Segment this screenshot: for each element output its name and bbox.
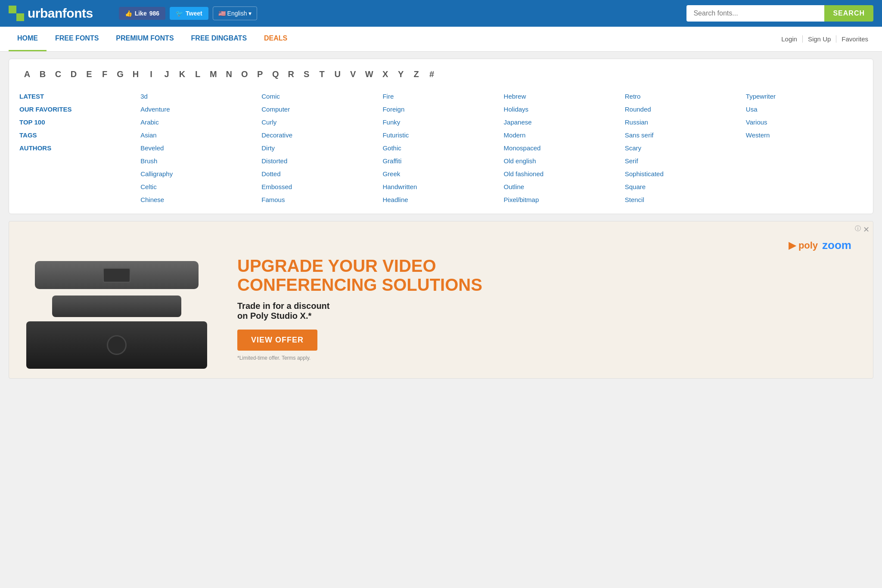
nav-item-free-fonts[interactable]: FREE FONTS: [47, 27, 107, 51]
cat-link-old-english[interactable]: Old english: [504, 156, 621, 166]
cat-link-hebrew[interactable]: Hebrew: [504, 91, 621, 102]
cat-link-square[interactable]: Square: [625, 182, 742, 192]
search-input[interactable]: [686, 5, 824, 22]
cat-link-asian[interactable]: Asian: [140, 130, 257, 140]
tweet-button[interactable]: 🐦 Tweet: [170, 7, 208, 20]
cat-link-headline[interactable]: Headline: [382, 195, 499, 205]
cat-link-computer[interactable]: Computer: [261, 104, 378, 115]
nav-item-deals[interactable]: DEALS: [255, 27, 296, 51]
alpha-letter-d[interactable]: D: [66, 68, 81, 81]
cat-link-beveled[interactable]: Beveled: [140, 143, 257, 153]
alpha-letter-i[interactable]: I: [143, 68, 159, 81]
cat-link-scary[interactable]: Scary: [625, 143, 742, 153]
cat-link-japanese[interactable]: Japanese: [504, 117, 621, 128]
nav-item-home[interactable]: HOME: [9, 27, 47, 51]
ad-close-icon[interactable]: ✕: [863, 225, 870, 234]
signup-link[interactable]: Sign Up: [803, 35, 836, 43]
cat-link-comic[interactable]: Comic: [261, 91, 378, 102]
cat-link-holidays[interactable]: Holidays: [504, 104, 621, 115]
cat-link-western[interactable]: Western: [746, 130, 863, 140]
cat-link-greek[interactable]: Greek: [382, 169, 499, 179]
alpha-letter-p[interactable]: P: [252, 68, 268, 81]
alpha-letter-b[interactable]: B: [35, 68, 50, 81]
alpha-letter-v[interactable]: V: [345, 68, 361, 81]
cat-link-retro[interactable]: Retro: [625, 91, 742, 102]
ad-info-icon[interactable]: ⓘ: [855, 225, 861, 233]
search-button[interactable]: SEARCH: [824, 5, 873, 22]
cat-link-3d[interactable]: 3d: [140, 91, 257, 102]
alpha-letter-g[interactable]: G: [112, 68, 128, 81]
cat-link-top-100[interactable]: TOP 100: [19, 117, 136, 128]
cat-link-embossed[interactable]: Embossed: [261, 182, 378, 192]
alpha-letter-y[interactable]: Y: [393, 68, 409, 81]
alpha-letter-n[interactable]: N: [221, 68, 237, 81]
cat-link-stencil[interactable]: Stencil: [625, 195, 742, 205]
alpha-letter-u[interactable]: U: [330, 68, 345, 81]
language-selector[interactable]: 🇺🇸 English ▾: [213, 6, 258, 20]
cat-link-sophisticated[interactable]: Sophisticated: [625, 169, 742, 179]
alpha-letter-q[interactable]: Q: [268, 68, 283, 81]
cat-link-adventure[interactable]: Adventure: [140, 104, 257, 115]
alpha-letter-#[interactable]: #: [424, 68, 440, 81]
cat-link-various[interactable]: Various: [746, 117, 863, 128]
favorites-link[interactable]: Favorites: [836, 35, 873, 43]
cat-link-calligraphy[interactable]: Calligraphy: [140, 169, 257, 179]
alpha-letter-w[interactable]: W: [361, 68, 378, 81]
cat-link-sans-serif[interactable]: Sans serif: [625, 130, 742, 140]
cat-link-decorative[interactable]: Decorative: [261, 130, 378, 140]
cat-link-handwritten[interactable]: Handwritten: [382, 182, 499, 192]
cat-link-monospaced[interactable]: Monospaced: [504, 143, 621, 153]
cat-link-fire[interactable]: Fire: [382, 91, 499, 102]
alpha-letter-o[interactable]: O: [237, 68, 252, 81]
alpha-letter-k[interactable]: K: [174, 68, 190, 81]
nav-item-premium-fonts[interactable]: PREMIUM FONTS: [107, 27, 182, 51]
login-link[interactable]: Login: [776, 35, 803, 43]
alpha-letter-t[interactable]: T: [314, 68, 330, 81]
cat-link-typewriter[interactable]: Typewriter: [746, 91, 863, 102]
cat-link-modern[interactable]: Modern: [504, 130, 621, 140]
ad-cta-button[interactable]: VIEW OFFER: [237, 330, 317, 351]
cat-link-gothic[interactable]: Gothic: [382, 143, 499, 153]
cat-link-futuristic[interactable]: Futuristic: [382, 130, 499, 140]
cat-link-celtic[interactable]: Celtic: [140, 182, 257, 192]
alpha-letter-r[interactable]: R: [283, 68, 299, 81]
ad-text-area: ▶ poly zoom UPGRADE YOUR VIDEOCONFERENCI…: [224, 230, 864, 370]
alpha-letter-x[interactable]: X: [378, 68, 393, 81]
alpha-letter-z[interactable]: Z: [409, 68, 424, 81]
cat-link-chinese[interactable]: Chinese: [140, 195, 257, 205]
alpha-letter-l[interactable]: L: [190, 68, 205, 81]
cat-link-outline[interactable]: Outline: [504, 182, 621, 192]
cat-link-rounded[interactable]: Rounded: [625, 104, 742, 115]
like-button[interactable]: 👍 Like 986: [119, 7, 165, 20]
cat-link-dirty[interactable]: Dirty: [261, 143, 378, 153]
cat-link-distorted[interactable]: Distorted: [261, 156, 378, 166]
alpha-letter-c[interactable]: C: [50, 68, 66, 81]
alpha-letter-a[interactable]: A: [19, 68, 35, 81]
cat-link-our-favorites[interactable]: OUR FAVORITES: [19, 104, 136, 115]
category-col-5: HebrewHolidaysJapaneseModernMonospacedOl…: [504, 91, 621, 205]
cat-link-graffiti[interactable]: Graffiti: [382, 156, 499, 166]
alpha-letter-j[interactable]: J: [159, 68, 174, 81]
nav-right: Login Sign Up Favorites: [776, 35, 873, 43]
cat-link-famous[interactable]: Famous: [261, 195, 378, 205]
alpha-letter-h[interactable]: H: [128, 68, 143, 81]
cat-link-pixelbitmap[interactable]: Pixel/bitmap: [504, 195, 621, 205]
cat-link-tags[interactable]: TAGS: [19, 130, 136, 140]
cat-link-russian[interactable]: Russian: [625, 117, 742, 128]
alpha-letter-m[interactable]: M: [205, 68, 221, 81]
cat-link-old-fashioned[interactable]: Old fashioned: [504, 169, 621, 179]
cat-link-foreign[interactable]: Foreign: [382, 104, 499, 115]
cat-link-latest[interactable]: LATEST: [19, 91, 136, 102]
cat-link-authors[interactable]: AUTHORS: [19, 143, 136, 153]
cat-link-dotted[interactable]: Dotted: [261, 169, 378, 179]
alpha-letter-e[interactable]: E: [81, 68, 97, 81]
cat-link-curly[interactable]: Curly: [261, 117, 378, 128]
cat-link-brush[interactable]: Brush: [140, 156, 257, 166]
cat-link-usa[interactable]: Usa: [746, 104, 863, 115]
cat-link-arabic[interactable]: Arabic: [140, 117, 257, 128]
cat-link-serif[interactable]: Serif: [625, 156, 742, 166]
alpha-letter-s[interactable]: S: [299, 68, 314, 81]
cat-link-funky[interactable]: Funky: [382, 117, 499, 128]
alpha-letter-f[interactable]: F: [97, 68, 112, 81]
nav-item-free-dingbats[interactable]: FREE DINGBATS: [183, 27, 255, 51]
